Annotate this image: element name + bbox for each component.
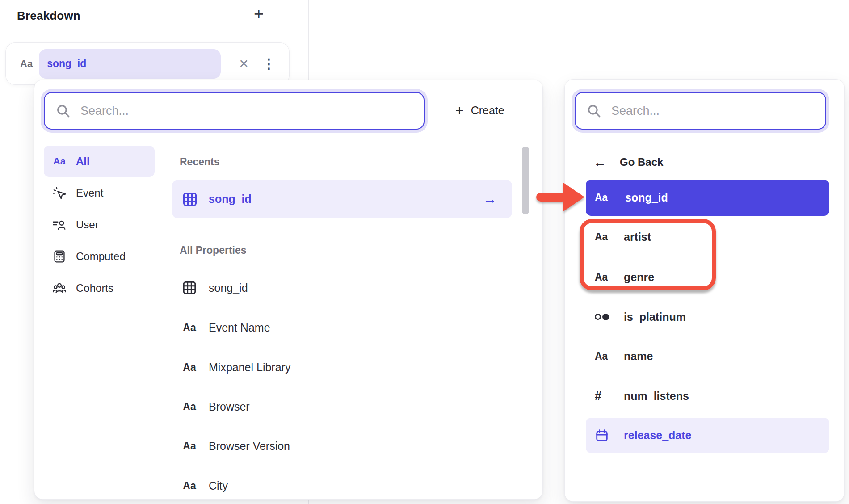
property-row-song-id[interactable]: song_id bbox=[172, 270, 512, 306]
right-search-box bbox=[575, 92, 826, 130]
text-icon: Aa bbox=[183, 361, 196, 374]
search-icon bbox=[55, 103, 71, 118]
category-user[interactable]: User bbox=[44, 209, 155, 240]
sub-property-num-listens[interactable]: # num_listens bbox=[586, 382, 829, 409]
property-row-city[interactable]: Aa City bbox=[172, 468, 512, 504]
go-back-button[interactable]: ← Go Back bbox=[593, 152, 663, 172]
calendar-icon bbox=[595, 428, 609, 443]
sub-property-is-platinum[interactable]: is_platinum bbox=[586, 303, 829, 330]
breakdown-chip[interactable]: song_id bbox=[39, 49, 221, 79]
all-properties-section-label: All Properties bbox=[180, 244, 247, 256]
text-icon: Aa bbox=[595, 231, 608, 243]
user-icon bbox=[52, 218, 67, 232]
text-property-type-icon: Aa bbox=[20, 58, 33, 70]
breakdown-chip-value: song_id bbox=[47, 58, 86, 70]
arrow-left-icon: ← bbox=[593, 156, 606, 169]
text-icon: Aa bbox=[183, 440, 196, 452]
right-search-input[interactable] bbox=[610, 104, 825, 118]
sub-property-artist[interactable]: Aa artist bbox=[586, 223, 829, 250]
scrollbar-thumb[interactable] bbox=[522, 147, 529, 214]
left-search-box bbox=[44, 92, 424, 130]
text-icon: Aa bbox=[595, 350, 608, 362]
text-icon: Aa bbox=[595, 271, 608, 283]
page: { "colors": { "accent": "#4C45E0", "acce… bbox=[0, 0, 849, 504]
boolean-icon bbox=[595, 314, 609, 320]
sub-property-genre[interactable]: Aa genre bbox=[586, 264, 829, 290]
sub-property-song-id-selected[interactable]: Aa song_id bbox=[586, 180, 829, 216]
breakdown-section-title: Breakdown bbox=[17, 9, 80, 23]
create-label: Create bbox=[471, 104, 504, 117]
sub-property-release-date[interactable]: release_date bbox=[586, 418, 829, 453]
category-cohorts[interactable]: Cohorts bbox=[44, 273, 155, 304]
computed-icon bbox=[52, 249, 67, 264]
table-icon bbox=[182, 280, 197, 295]
plus-icon: + bbox=[455, 103, 464, 118]
table-icon bbox=[182, 191, 198, 207]
breakdown-options-icon[interactable]: ⋮ bbox=[262, 56, 276, 71]
cohorts-icon bbox=[52, 281, 67, 295]
breakdown-chip-card: Aa song_id ✕ ⋮ bbox=[5, 42, 290, 85]
section-divider bbox=[173, 231, 513, 231]
property-row-event-name[interactable]: Aa Event Name bbox=[172, 310, 512, 345]
add-breakdown-button[interactable]: + bbox=[254, 5, 264, 22]
text-icon: Aa bbox=[183, 401, 196, 413]
text-icon: Aa bbox=[183, 322, 196, 334]
recent-property-song-id[interactable]: song_id → bbox=[172, 180, 512, 218]
property-row-browser-version[interactable]: Aa Browser Version bbox=[172, 428, 512, 464]
property-row-mixpanel-library[interactable]: Aa Mixpanel Library bbox=[172, 349, 512, 385]
column-divider bbox=[164, 143, 164, 499]
property-picker-panel: + Create Aa All Event bbox=[34, 80, 543, 500]
search-icon bbox=[586, 103, 601, 118]
event-icon bbox=[52, 186, 67, 200]
left-search-input[interactable] bbox=[80, 104, 424, 118]
category-list: Aa All Event bbox=[44, 146, 155, 304]
recents-section-label: Recents bbox=[180, 156, 219, 168]
category-computed[interactable]: Computed bbox=[44, 241, 155, 272]
property-row-browser[interactable]: Aa Browser bbox=[172, 389, 512, 424]
sub-property-name[interactable]: Aa name bbox=[586, 343, 829, 370]
text-icon: Aa bbox=[595, 192, 608, 204]
create-property-button[interactable]: + Create bbox=[455, 96, 504, 125]
text-icon: Aa bbox=[183, 480, 196, 492]
remove-breakdown-icon[interactable]: ✕ bbox=[239, 57, 249, 71]
text-icon: Aa bbox=[53, 155, 66, 167]
number-icon: # bbox=[595, 389, 601, 403]
category-all[interactable]: Aa All bbox=[44, 146, 155, 177]
drill-in-arrow-icon[interactable]: → bbox=[483, 191, 497, 207]
sub-property-panel: ← Go Back Aa song_id Aa artist Aa genre … bbox=[564, 79, 845, 502]
category-event[interactable]: Event bbox=[44, 177, 155, 209]
